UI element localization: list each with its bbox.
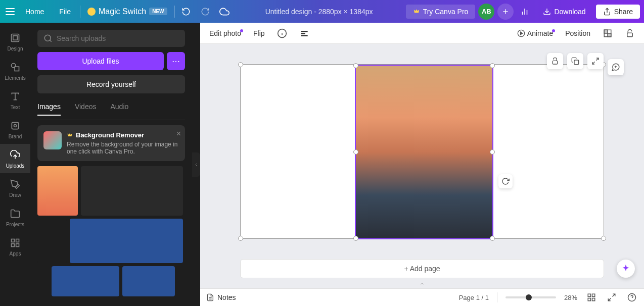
upload-thumbnail[interactable] [52,266,119,296]
edit-photo-button[interactable]: Edit photo [206,27,244,39]
canvas-viewport[interactable] [200,44,644,259]
record-yourself-button[interactable]: Record yourself [37,75,185,93]
hide-panel-button[interactable] [192,23,200,306]
add-collaborator-button[interactable] [497,4,514,20]
share-button[interactable]: Share [596,5,640,19]
svg-rect-16 [12,239,15,242]
svg-rect-7 [12,34,19,41]
design-title[interactable]: Untitled design - 2880px × 1384px [236,8,403,16]
notes-button[interactable]: Notes [206,293,236,301]
sidebar-item-elements[interactable]: Elements [0,56,30,85]
alignment-button[interactable] [296,25,312,41]
magic-switch-button[interactable]: Magic Switch NEW [83,5,171,18]
svg-line-37 [592,62,595,65]
sidebar-item-apps[interactable]: Apps [0,232,30,261]
resize-handle-w[interactable] [353,149,358,155]
tab-videos[interactable]: Videos [75,103,97,116]
sidebar-item-projects[interactable]: Projects [0,202,30,232]
zoom-slider[interactable] [505,296,556,298]
sidebar-item-draw[interactable]: Draw [0,173,30,202]
frame-handle-sw[interactable] [238,236,243,241]
info-button[interactable] [274,25,290,41]
expand-page-button[interactable] [587,53,604,69]
flip-button[interactable]: Flip [250,27,268,39]
tab-audio[interactable]: Audio [110,103,128,116]
sidebar-label: Draw [9,192,21,198]
notification-dot [552,29,555,32]
lock-button[interactable] [622,25,638,41]
apps-icon [9,237,21,249]
upload-thumbnail[interactable] [81,166,183,216]
analytics-button[interactable] [517,4,533,20]
sidebar-item-design[interactable]: Design [0,27,30,56]
upload-thumbnail[interactable] [122,266,175,296]
download-button[interactable]: Download [536,5,592,19]
fullscreen-button[interactable] [606,291,618,303]
duplicate-page-button[interactable] [567,53,583,69]
resize-handle-nw[interactable] [353,63,358,68]
rotate-button[interactable] [498,174,513,188]
uploads-icon [9,149,21,161]
upload-thumbnail[interactable] [37,166,78,216]
cloud-sync-icon[interactable] [216,4,233,20]
search-input[interactable] [57,34,179,42]
share-icon [603,8,611,16]
lock-page-button[interactable] [547,53,563,69]
design-page[interactable] [240,64,604,239]
user-avatar[interactable]: AB [478,4,494,20]
download-icon [543,8,551,16]
svg-rect-33 [627,33,633,37]
transparency-button[interactable] [600,25,616,41]
chevron-left-icon [194,162,198,168]
canvas-toolbar: Edit photo Flip Animate Position [200,23,644,44]
tab-images[interactable]: Images [37,103,61,116]
resize-handle-e[interactable] [490,149,495,155]
upload-files-button[interactable]: Upload files [37,52,164,70]
sidebar-item-uploads[interactable]: Uploads [0,144,30,173]
grid-view-button[interactable] [585,291,597,303]
text-icon [9,90,21,103]
menu-icon[interactable] [4,6,16,18]
add-comment-button[interactable] [608,59,624,75]
frame-handle-nw[interactable] [238,62,243,67]
undo-button[interactable] [178,4,194,20]
sidebar-item-brand[interactable]: Brand [0,115,30,144]
svg-marker-29 [520,32,522,34]
svg-rect-31 [604,30,608,33]
resize-handle-sw[interactable] [353,236,358,241]
animate-button[interactable]: Animate [514,27,556,39]
sidebar-item-text[interactable]: Text [0,85,30,115]
resize-handle-ne[interactable] [490,63,495,68]
add-page-button[interactable]: + Add page [240,259,604,278]
zoom-slider-thumb[interactable] [526,294,532,300]
try-canva-pro-button[interactable]: Try Canva Pro [406,5,476,19]
crown-icon [67,132,73,138]
zoom-value[interactable]: 28% [564,294,577,301]
expand-pages-button[interactable] [412,280,432,288]
file-menu[interactable]: File [53,5,77,19]
svg-rect-19 [16,243,19,246]
close-icon[interactable]: × [176,129,181,138]
search-icon [43,34,53,43]
upload-more-button[interactable]: ⋯ [167,52,185,70]
upload-thumbnail[interactable] [70,219,183,263]
notes-icon [206,293,214,301]
home-link[interactable]: Home [19,5,50,19]
help-button[interactable] [626,291,638,303]
bg-remover-card[interactable]: Background Remover Remove the background… [37,125,185,161]
svg-point-20 [44,35,51,41]
upload-thumbnail[interactable] [37,219,67,263]
animate-icon [517,29,525,37]
position-button[interactable]: Position [562,27,593,39]
redo-button[interactable] [197,4,213,20]
frame-handle-se[interactable] [601,236,606,241]
sparkle-icon [87,8,96,16]
svg-rect-18 [12,243,15,246]
selected-image[interactable] [356,66,492,238]
brand-icon [9,120,21,132]
canva-assistant-button[interactable] [617,260,635,278]
svg-rect-35 [574,60,579,65]
resize-handle-se[interactable] [490,236,495,241]
search-box [37,30,185,47]
divider [174,6,175,18]
